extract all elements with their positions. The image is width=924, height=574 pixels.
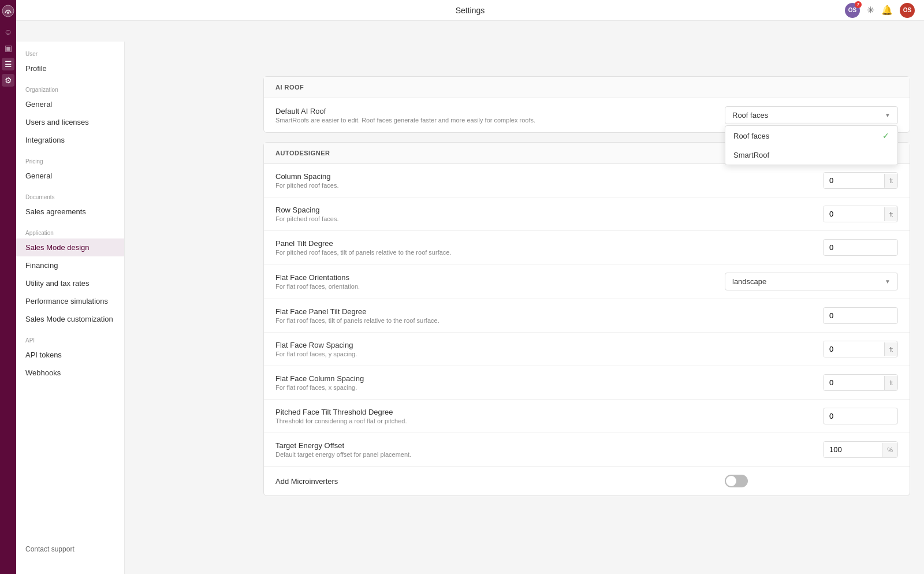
user-avatar[interactable]: OS 7 (845, 3, 860, 18)
notification-badge: 7 (855, 1, 862, 8)
dropdown-option-roof-faces[interactable]: Roof faces ✓ (725, 126, 897, 146)
row-spacing-row: Row Spacing For pitched roof faces. ft (264, 197, 910, 231)
user-avatar-alt[interactable]: OS (900, 3, 915, 18)
pitched-face-tilt-threshold-input[interactable] (823, 408, 898, 424)
rail-settings-icon[interactable]: ⚙ (2, 74, 14, 87)
checkmark-icon: ✓ (882, 131, 889, 140)
default-ai-roof-control: Roof faces ▼ Roof faces ✓ (725, 106, 898, 124)
flat-face-row-spacing-input-wrapper: ft (823, 341, 898, 357)
flat-face-column-spacing-row: Flat Face Column Spacing For flat roof f… (264, 366, 910, 400)
column-spacing-unit: ft (884, 174, 897, 188)
sidebar-item-performance-simulations[interactable]: Performance simulations (16, 292, 124, 310)
row-spacing-input[interactable] (824, 206, 884, 222)
bell-icon[interactable]: 🔔 (881, 5, 893, 16)
dropdown-option-label: Roof faces (733, 132, 769, 140)
flat-face-row-spacing-label: Flat Face Row Spacing (275, 341, 357, 349)
row-spacing-desc: For pitched roof faces. (275, 215, 338, 222)
pitched-face-tilt-threshold-row: Pitched Face Tilt Threshold Degree Thres… (264, 400, 910, 433)
sidebar-section-organization: Organization General Users and licenses … (16, 77, 124, 149)
add-microinverters-toggle[interactable] (725, 475, 748, 487)
flat-face-column-spacing-input[interactable] (824, 375, 884, 390)
contact-support-link[interactable]: Contact support (16, 536, 124, 562)
sidebar-section-label-documents: Documents (16, 185, 124, 203)
column-spacing-row: Column Spacing For pitched roof faces. f… (264, 164, 910, 197)
default-ai-roof-label: Default AI Roof (275, 107, 535, 115)
ai-roof-title: AI ROOF (275, 84, 898, 91)
default-ai-roof-dropdown[interactable]: Roof faces ▼ Roof faces ✓ (725, 106, 898, 124)
sidebar-item-webhooks[interactable]: Webhooks (16, 364, 124, 382)
sidebar-item-sales-agreements[interactable]: Sales agreements (16, 203, 124, 221)
flat-face-orientations-dropdown-btn[interactable]: landscape ▼ (725, 273, 898, 290)
app-logo[interactable] (2, 5, 14, 17)
sidebar-item-profile[interactable]: Profile (16, 59, 124, 77)
sidebar-section-label-pricing: Pricing (16, 149, 124, 167)
flat-face-panel-tilt-row: Flat Face Panel Tilt Degree For flat roo… (264, 299, 910, 333)
target-energy-offset-row: Target Energy Offset Default target ener… (264, 433, 910, 467)
page-title: Settings (456, 6, 485, 15)
flat-face-orientations-selected: landscape (732, 277, 766, 286)
flat-face-panel-tilt-input[interactable] (823, 307, 898, 324)
pitched-face-tilt-threshold-desc: Threshold for considering a roof flat or… (275, 418, 407, 424)
flat-face-column-spacing-desc: For flat roof faces, x spacing. (275, 384, 364, 391)
rail-person-icon[interactable]: ☺ (2, 25, 14, 38)
row-spacing-label: Row Spacing (275, 206, 338, 214)
flat-face-orientations-dropdown[interactable]: landscape ▼ (725, 273, 898, 290)
flat-face-orientations-label: Flat Face Orientations (275, 273, 360, 282)
toggle-thumb (726, 476, 736, 486)
sidebar-item-financing[interactable]: Financing (16, 256, 124, 274)
target-energy-offset-desc: Default target energy offset for panel p… (275, 451, 411, 458)
sidebar-item-general[interactable]: General (16, 95, 124, 113)
sidebar: User Profile Organization General Users … (16, 42, 125, 574)
dropdown-option-label: SmartRoof (733, 151, 769, 159)
ai-roof-card-header: AI ROOF (264, 77, 910, 98)
flat-face-row-spacing-desc: For flat roof faces, y spacing. (275, 351, 357, 357)
sidebar-item-sales-mode-customization[interactable]: Sales Mode customization (16, 310, 124, 328)
sidebar-section-application: Application Sales Mode design Financing … (16, 221, 124, 328)
panel-tilt-input[interactable] (823, 239, 898, 256)
rail-book-icon[interactable]: ▣ (2, 42, 14, 54)
autodesigner-card: AUTODESIGNER Column Spacing For pitched … (263, 142, 910, 496)
default-ai-roof-dropdown-btn[interactable]: Roof faces ▼ (725, 106, 898, 124)
flat-face-row-spacing-row: Flat Face Row Spacing For flat roof face… (264, 333, 910, 366)
sidebar-section-label-user: User (16, 42, 124, 59)
add-microinverters-row: Add Microinverters (264, 467, 910, 495)
flat-face-orientations-desc: For flat roof faces, orientation. (275, 283, 360, 290)
panel-tilt-row: Panel Tilt Degree For pitched roof faces… (264, 231, 910, 264)
target-energy-offset-input[interactable] (824, 442, 882, 457)
flat-face-column-spacing-unit: ft (884, 376, 897, 390)
sidebar-section-documents: Documents Sales agreements (16, 185, 124, 221)
svg-point-0 (2, 5, 14, 17)
sidebar-section-label-api: API (16, 328, 124, 346)
column-spacing-label: Column Spacing (275, 172, 338, 181)
asterisk-icon[interactable]: ✳ (867, 5, 874, 16)
column-spacing-input[interactable] (824, 173, 884, 188)
chevron-down-icon: ▼ (885, 112, 891, 118)
rail-list-icon[interactable]: ☰ (2, 58, 14, 70)
sidebar-item-sales-mode-design[interactable]: Sales Mode design (16, 238, 124, 256)
sidebar-item-integrations[interactable]: Integrations (16, 131, 124, 149)
sidebar-item-utility-tax-rates[interactable]: Utility and tax rates (16, 274, 124, 292)
default-ai-roof-label-group: Default AI Roof SmartRoofs are easier to… (275, 107, 535, 124)
default-ai-roof-selected: Roof faces (732, 111, 768, 120)
panel-tilt-desc: For pitched roof faces, tilt of panels r… (275, 249, 452, 256)
column-spacing-desc: For pitched roof faces. (275, 182, 338, 189)
sidebar-section-pricing: Pricing General (16, 149, 124, 185)
target-energy-offset-input-wrapper: % (823, 441, 898, 458)
pitched-face-tilt-threshold-label: Pitched Face Tilt Threshold Degree (275, 408, 407, 416)
icon-rail: ☺ ▣ ☰ ⚙ (0, 0, 16, 574)
default-ai-roof-row: Default AI Roof SmartRoofs are easier to… (264, 98, 910, 132)
sidebar-item-pricing-general[interactable]: General (16, 167, 124, 185)
default-ai-roof-desc: SmartRoofs are easier to edit. Roof face… (275, 117, 535, 124)
sidebar-section-label-application: Application (16, 221, 124, 238)
dropdown-option-smartroof[interactable]: SmartRoof (725, 146, 897, 165)
header: Settings OS 7 ✳ 🔔 OS (16, 0, 924, 21)
flat-face-panel-tilt-desc: For flat roof faces, tilt of panels rela… (275, 317, 439, 324)
flat-face-row-spacing-input[interactable] (824, 341, 884, 357)
header-actions: OS 7 ✳ 🔔 OS (845, 3, 915, 18)
svg-point-1 (7, 12, 9, 14)
sidebar-section-api: API API tokens Webhooks (16, 328, 124, 382)
add-microinverters-label: Add Microinverters (275, 477, 338, 486)
flat-face-panel-tilt-label: Flat Face Panel Tilt Degree (275, 307, 439, 316)
sidebar-item-users-licenses[interactable]: Users and licenses (16, 113, 124, 131)
sidebar-item-api-tokens[interactable]: API tokens (16, 346, 124, 364)
